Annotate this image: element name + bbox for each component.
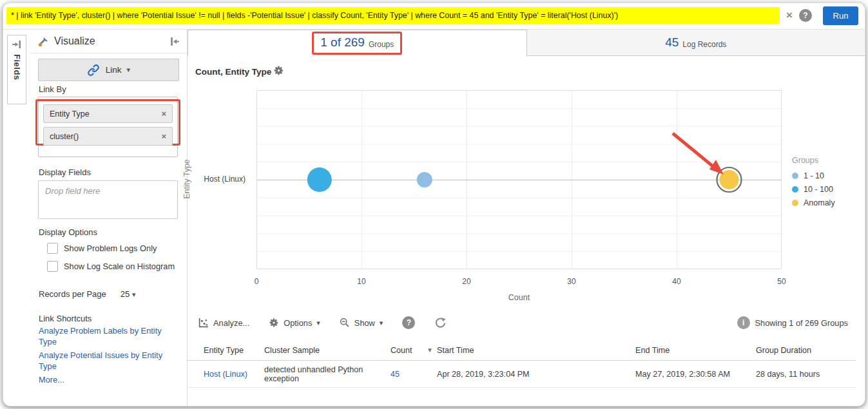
tab-log-records[interactable]: 45 Log Records (527, 30, 865, 56)
visualize-icon (37, 35, 50, 48)
annotation-arrow (673, 133, 724, 175)
showing-text: Showing 1 of 269 Groups (755, 318, 848, 328)
legend-dot-small-blue (792, 173, 798, 179)
query-help-icon[interactable]: ? (799, 9, 812, 22)
legend-dot-blue (792, 186, 798, 193)
clear-query-icon[interactable]: × (786, 8, 793, 23)
chip-remove-icon[interactable]: × (161, 109, 166, 119)
table-help-icon[interactable]: ? (402, 316, 415, 329)
analyze-chart-icon (198, 318, 209, 328)
show-dropdown[interactable]: Show ▾ (340, 318, 383, 328)
legend-label: 1 - 10 (804, 171, 824, 180)
display-fields-label: Display Fields (39, 167, 91, 177)
display-options-label: Display Options (39, 227, 97, 237)
cell-end-time: May 27, 2019, 2:30:58 AM (635, 370, 756, 379)
show-problem-logs-checkbox[interactable] (47, 243, 58, 254)
cell-count-link[interactable]: 45 (391, 370, 400, 379)
col-group-duration[interactable]: Group Duration (756, 346, 856, 355)
chart-settings-gear-icon[interactable] (273, 65, 284, 79)
query-bar: * | link 'Entity Type', cluster() | wher… (3, 3, 865, 30)
panel-title: Visualize (54, 35, 169, 47)
chip-label: cluster() (50, 132, 79, 141)
showing-status: i Showing 1 of 269 Groups (737, 313, 848, 332)
category-label: Host (Linux) (188, 175, 251, 184)
checkbox-row: Show Log Scale on Histogram (47, 261, 175, 272)
bubble-1 - 10[interactable] (417, 172, 432, 187)
count-header-label: Count (391, 346, 412, 355)
panel-expand-icon (12, 39, 22, 50)
link-by-listbox: Entity Type × cluster() × (38, 97, 178, 157)
bubble-10 - 100[interactable] (307, 167, 332, 192)
options-label: Options (284, 318, 312, 328)
app-window: * | link 'Entity Type', cluster() | wher… (3, 3, 865, 406)
chevron-down-icon: ▾ (380, 319, 383, 327)
chevron-down-icon: ▾ (316, 319, 320, 327)
chart-title: Count, Entity Type (195, 67, 271, 77)
records-per-page-row: Records per Page25 ▾ (39, 289, 135, 299)
legend-label: Anomaly (804, 198, 835, 207)
fields-panel-tab[interactable]: Fields (7, 35, 26, 104)
log-records-caption: Log Records (682, 37, 726, 49)
x-tick: 50 (777, 277, 786, 286)
run-button[interactable]: Run (823, 6, 858, 25)
legend-label: 10 - 100 (804, 185, 833, 194)
main-panel: 1 of 269 Groups 45 Log Records Count, En… (188, 30, 865, 406)
options-dropdown[interactable]: Options ▾ (269, 318, 320, 328)
records-per-page-select[interactable]: 25 (121, 289, 130, 299)
col-cluster-sample[interactable]: Cluster Sample (264, 346, 391, 355)
fields-tab-label: Fields (12, 54, 22, 81)
legend-item: 1 - 10 (792, 171, 835, 180)
annotation-box-chips: Entity Type × cluster() × (35, 99, 180, 146)
legend-dot-anomaly (792, 200, 798, 206)
analyze-button[interactable]: Analyze... (198, 318, 249, 328)
table-toolbar: Analyze... Options ▾ Show ▾ ? (198, 313, 447, 332)
show-label: Show (354, 318, 375, 328)
link-by-chip[interactable]: Entity Type × (43, 104, 173, 123)
table-row[interactable]: Host (Linux) detected unhandled Python e… (188, 361, 856, 388)
shortcut-link-problem-labels[interactable]: Analyze Problem Labels by Entity Type (39, 325, 174, 347)
bubble-chart[interactable] (256, 90, 782, 269)
checkbox-row: Show Problem Logs Only (47, 243, 157, 254)
annotation-box-groups-tab: 1 of 269 Groups (312, 32, 402, 55)
link-by-label: Link By (39, 84, 66, 94)
x-axis-ticks: 0 10 20 30 40 50 (256, 277, 782, 287)
col-start-time[interactable]: Start Time (437, 346, 635, 355)
sort-desc-icon[interactable]: ▼ (427, 347, 433, 354)
records-per-page-label: Records per Page (39, 289, 106, 299)
visualize-header: Visualize (30, 30, 187, 53)
cell-cluster-sample: detected unhandled Python exception (264, 365, 391, 383)
visualize-panel: Visualize Link ▾ Link By Entity Type × (30, 30, 188, 406)
groups-caption: Groups (369, 37, 394, 49)
analyze-label: Analyze... (213, 318, 249, 328)
shortcut-link-more[interactable]: More... (39, 374, 174, 385)
col-entity-type[interactable]: Entity Type (204, 346, 264, 355)
legend-item: Anomaly (792, 198, 835, 207)
display-fields-dropzone[interactable]: Drop field here (38, 180, 178, 219)
chevron-down-icon: ▾ (127, 66, 131, 74)
x-tick: 20 (462, 277, 470, 286)
x-axis-label: Count (256, 293, 782, 302)
show-log-scale-checkbox[interactable] (47, 261, 58, 272)
col-count[interactable]: Count ▼ (391, 346, 437, 355)
groups-count: 1 of 269 (320, 35, 365, 50)
chevron-down-icon[interactable]: ▾ (132, 290, 136, 298)
x-tick: 10 (357, 277, 365, 286)
checkbox-label: Show Log Scale on Histogram (64, 262, 175, 271)
col-end-time[interactable]: End Time (635, 346, 756, 355)
chip-remove-icon[interactable]: × (161, 131, 166, 141)
link-icon (87, 64, 100, 77)
collapse-panel-icon[interactable] (169, 36, 180, 47)
cell-group-duration: 28 days, 11 hours (756, 370, 856, 379)
x-tick: 40 (672, 277, 680, 286)
cell-entity-type-link[interactable]: Host (Linux) (204, 370, 264, 379)
tab-groups[interactable]: 1 of 269 Groups (188, 30, 527, 56)
cell-start-time: Apr 28, 2019, 3:23:04 PM (437, 370, 635, 379)
shortcut-link-potential-issues[interactable]: Analyze Potential Issues by Entity Type (39, 350, 174, 372)
refresh-icon[interactable] (434, 317, 447, 329)
query-input[interactable]: * | link 'Entity Type', cluster() | wher… (6, 7, 780, 24)
legend-title: Groups (792, 156, 835, 165)
link-shortcuts-label: Link Shortcuts (39, 314, 92, 323)
link-by-chip[interactable]: cluster() × (43, 127, 173, 146)
link-dropdown-button[interactable]: Link ▾ (38, 59, 179, 81)
table-header-row: Entity Type Cluster Sample Count ▼ Start… (188, 340, 856, 361)
